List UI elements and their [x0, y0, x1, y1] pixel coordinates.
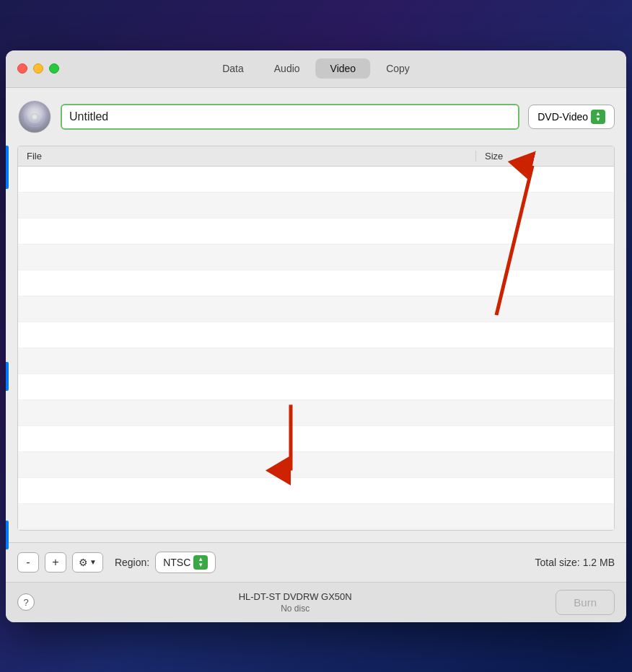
- left-accent-2: [6, 362, 9, 391]
- table-row: [18, 167, 614, 193]
- col-size-header: Size: [475, 151, 605, 162]
- table-row: [18, 322, 614, 348]
- table-row: [18, 296, 614, 322]
- content-area: DVD-Video ▲ ▼ File Size: [6, 88, 626, 542]
- disc-name-input[interactable]: [61, 104, 519, 130]
- drive-info: HL-DT-ST DVDRW GX50N No disc: [35, 591, 556, 614]
- drive-name: HL-DT-ST DVDRW GX50N: [35, 591, 556, 602]
- tab-data[interactable]: Data: [208, 58, 258, 79]
- disc-type-button[interactable]: DVD-Video ▲ ▼: [528, 105, 615, 129]
- add-button[interactable]: +: [45, 552, 66, 572]
- disc-type-stepper: ▲ ▼: [591, 110, 605, 124]
- table-row: [18, 193, 614, 218]
- disc-type-label: DVD-Video: [537, 111, 588, 123]
- table-row: [18, 426, 614, 452]
- disc-row: DVD-Video ▲ ▼: [17, 100, 615, 134]
- titlebar: Data Audio Video Copy: [6, 50, 626, 88]
- table-row: [18, 478, 614, 504]
- gear-icon: ⚙: [79, 557, 88, 568]
- region-label: Region:: [115, 557, 149, 568]
- tab-audio[interactable]: Audio: [260, 58, 315, 79]
- settings-button[interactable]: ⚙ ▼: [72, 552, 103, 572]
- disc-icon: [17, 100, 52, 134]
- region-button[interactable]: NTSC ▲ ▼: [155, 552, 216, 573]
- drive-status: No disc: [35, 604, 556, 614]
- table-row: [18, 452, 614, 478]
- help-button[interactable]: ?: [17, 593, 35, 611]
- tab-copy[interactable]: Copy: [372, 58, 424, 79]
- table-row: [18, 374, 614, 400]
- region-value: NTSC: [163, 557, 190, 568]
- bottom-bar: - + ⚙ ▼ Region: NTSC ▲ ▼ Total size: 1.2…: [6, 542, 626, 582]
- traffic-lights: [17, 63, 59, 74]
- table-row: [18, 400, 614, 426]
- table-row: [18, 218, 614, 244]
- file-table: File Size: [17, 146, 615, 531]
- tab-video[interactable]: Video: [316, 58, 371, 79]
- remove-button[interactable]: -: [17, 552, 39, 572]
- maximize-button[interactable]: [49, 63, 59, 74]
- burn-button[interactable]: Burn: [556, 590, 615, 615]
- tab-bar: Data Audio Video Copy: [208, 58, 424, 79]
- close-button[interactable]: [17, 63, 27, 74]
- table-body: [18, 167, 614, 530]
- table-row: [18, 504, 614, 530]
- svg-point-1: [31, 113, 38, 120]
- table-row: [18, 270, 614, 296]
- table-row: [18, 348, 614, 374]
- total-size-label: Total size: 1.2 MB: [221, 557, 615, 568]
- minimize-button[interactable]: [33, 63, 43, 74]
- left-accent-1: [6, 146, 9, 189]
- region-stepper: ▲ ▼: [193, 555, 208, 570]
- left-accent-3: [6, 521, 9, 549]
- table-header: File Size: [18, 146, 614, 167]
- settings-dropdown-arrow: ▼: [89, 558, 97, 566]
- footer-bar: ? HL-DT-ST DVDRW GX50N No disc Burn: [6, 582, 626, 622]
- col-file-header: File: [27, 151, 475, 162]
- table-row: [18, 244, 614, 270]
